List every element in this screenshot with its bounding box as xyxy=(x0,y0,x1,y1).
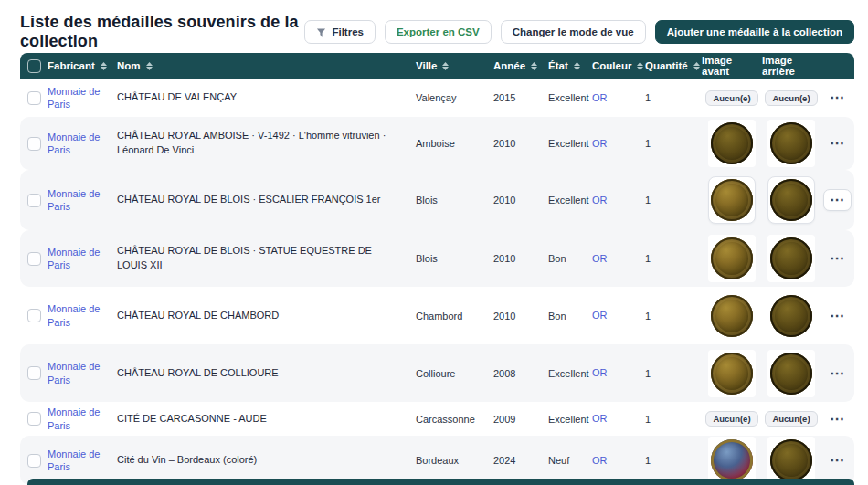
couleur-link[interactable]: OR xyxy=(592,309,608,322)
medal-name: CHÂTEAU ROYAL DE COLLIOURE xyxy=(117,366,279,381)
column-header-quantite[interactable]: Quantité xyxy=(645,60,700,71)
couleur-link[interactable]: OR xyxy=(592,454,608,467)
table-row[interactable]: Monnaie de Paris CHÂTEAU DE VALENÇAY Val… xyxy=(20,79,854,117)
table-row[interactable]: Monnaie de Paris CHÂTEAU ROYAL DE CHAMBO… xyxy=(20,287,854,344)
column-header-fabricant[interactable]: Fabricant xyxy=(48,60,107,71)
medal-back-image[interactable] xyxy=(767,437,815,484)
coin-back-thumbnail xyxy=(770,353,812,395)
row-checkbox[interactable] xyxy=(27,194,41,207)
ville-value: Blois xyxy=(416,253,438,264)
table-row[interactable]: Monnaie de Paris Cité du Vin – Bordeaux … xyxy=(20,436,854,485)
coin-front-thumbnail xyxy=(711,439,753,481)
row-actions-button[interactable]: ⋯ xyxy=(830,453,845,468)
quantite-value: 1 xyxy=(645,92,651,103)
couleur-link[interactable]: OR xyxy=(592,91,608,104)
couleur-link[interactable]: OR xyxy=(592,366,608,379)
etat-value: Excellent xyxy=(548,195,589,206)
row-checkbox[interactable] xyxy=(27,91,41,105)
table-row[interactable]: Monnaie de Paris CHÂTEAU ROYAL DE COLLIO… xyxy=(20,344,854,402)
medal-back-image[interactable] xyxy=(767,350,815,397)
couleur-link[interactable]: OR xyxy=(592,252,608,265)
change-view-button[interactable]: Changer le mode de vue xyxy=(501,20,646,44)
table-row[interactable]: Monnaie de Paris CITÉ DE CARCASONNE - AU… xyxy=(20,402,854,436)
row-actions-button[interactable]: ⋯ xyxy=(830,309,845,323)
annee-value: 2010 xyxy=(493,253,515,264)
row-actions-button[interactable]: ⋯ xyxy=(830,136,845,151)
quantite-value: 1 xyxy=(645,368,651,379)
add-medal-button[interactable]: Ajouter une médaille à la collection xyxy=(655,20,854,44)
ville-value: Amboise xyxy=(416,138,455,149)
etat-value: Bon xyxy=(548,253,566,264)
image-arriere-none-badge: Aucun(e) xyxy=(765,90,817,106)
column-header-nom[interactable]: Nom xyxy=(117,60,153,71)
etat-value: Excellent xyxy=(548,414,589,425)
fabricant-link[interactable]: Monnaie de Paris xyxy=(48,85,117,111)
couleur-link[interactable]: OR xyxy=(592,412,608,425)
fabricant-link[interactable]: Monnaie de Paris xyxy=(48,302,117,329)
medal-front-image[interactable] xyxy=(708,292,756,340)
sort-icon xyxy=(442,62,449,70)
medal-name: CHÂTEAU ROYAL DE BLOIS · STATUE EQUESTRE… xyxy=(117,244,403,273)
image-avant-none-badge: Aucun(e) xyxy=(705,411,757,427)
row-checkbox[interactable] xyxy=(27,252,41,266)
annee-value: 2010 xyxy=(493,138,515,149)
coin-front-thumbnail xyxy=(711,353,753,395)
medal-front-image[interactable] xyxy=(708,350,756,397)
column-header-couleur[interactable]: Couleur xyxy=(592,60,643,71)
row-checkbox[interactable] xyxy=(27,309,41,322)
row-checkbox[interactable] xyxy=(27,412,41,426)
medal-back-image[interactable] xyxy=(767,176,815,224)
filters-button[interactable]: Filtres xyxy=(304,20,376,44)
medal-back-image[interactable] xyxy=(767,235,815,282)
column-header-annee[interactable]: Année xyxy=(493,60,537,71)
annee-value: 2010 xyxy=(493,195,515,206)
select-all-checkbox[interactable] xyxy=(27,59,41,73)
coin-front-thumbnail xyxy=(711,237,753,279)
medal-front-image[interactable] xyxy=(708,437,756,484)
row-actions-button[interactable]: ⋯ xyxy=(830,90,845,105)
fabricant-link[interactable]: Monnaie de Paris xyxy=(48,406,117,432)
fabricant-link[interactable]: Monnaie de Paris xyxy=(48,360,117,386)
table-row[interactable]: Monnaie de Paris CHÂTEAU ROYAL AMBOISE ·… xyxy=(20,117,854,170)
row-actions-button[interactable]: ⋯ xyxy=(830,412,845,427)
medal-name: CHÂTEAU ROYAL DE CHAMBORD xyxy=(117,309,279,323)
medal-front-image[interactable] xyxy=(708,120,756,167)
row-actions-button[interactable]: ⋯ xyxy=(830,251,845,266)
ville-value: Chambord xyxy=(416,311,462,322)
ville-value: Valençay xyxy=(416,92,456,103)
medal-back-image[interactable] xyxy=(767,120,815,167)
table-header-row: Fabricant Nom Ville Année État Couleur Q… xyxy=(20,53,854,79)
column-header-image-avant: Image avant xyxy=(702,55,762,77)
fabricant-link[interactable]: Monnaie de Paris xyxy=(48,246,117,272)
fabricant-link[interactable]: Monnaie de Paris xyxy=(48,131,117,157)
row-checkbox[interactable] xyxy=(27,366,41,380)
column-header-ville[interactable]: Ville xyxy=(416,60,449,71)
export-csv-button[interactable]: Exporter en CSV xyxy=(385,20,492,44)
annee-value: 2008 xyxy=(493,368,515,379)
row-actions-button[interactable]: ⋯ xyxy=(823,189,852,211)
medal-front-image[interactable] xyxy=(708,176,756,224)
table-row[interactable]: Monnaie de Paris CHÂTEAU ROYAL DE BLOIS … xyxy=(20,230,854,287)
etat-value: Excellent xyxy=(548,368,589,379)
fabricant-link[interactable]: Monnaie de Paris xyxy=(48,187,117,214)
sort-icon xyxy=(637,62,643,70)
row-checkbox[interactable] xyxy=(27,137,41,151)
coin-back-thumbnail xyxy=(770,122,812,164)
couleur-link[interactable]: OR xyxy=(592,137,608,150)
annee-value: 2024 xyxy=(493,455,515,466)
couleur-link[interactable]: OR xyxy=(592,194,608,206)
ville-value: Collioure xyxy=(416,368,455,379)
table-row[interactable]: Monnaie de Paris CHÂTEAU ROYAL DE BLOIS … xyxy=(20,170,854,230)
sort-icon xyxy=(693,62,700,70)
sort-icon xyxy=(146,62,153,70)
row-checkbox[interactable] xyxy=(27,454,41,468)
medal-name: Cité du Vin – Bordeaux (coloré) xyxy=(117,453,257,468)
fabricant-link[interactable]: Monnaie de Paris xyxy=(48,448,117,474)
medal-front-image[interactable] xyxy=(708,235,756,282)
column-header-etat[interactable]: État xyxy=(548,60,580,71)
column-header-image-arriere: Image arrière xyxy=(762,55,820,77)
medal-back-image[interactable] xyxy=(767,292,815,340)
annee-value: 2009 xyxy=(493,414,515,425)
row-actions-button[interactable]: ⋯ xyxy=(830,366,845,381)
etat-value: Bon xyxy=(548,311,566,322)
